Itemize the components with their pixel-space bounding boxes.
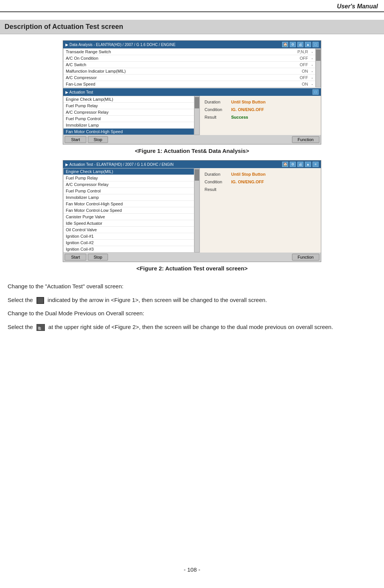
- list-item[interactable]: Ignition Coil-#2: [63, 240, 194, 246]
- start-button[interactable]: Start: [65, 136, 86, 143]
- condition-value: IG. ON/ENG.OFF: [231, 107, 264, 112]
- act-list-left2: Engine Check Lamp(MIL) Fuel Pump Relay A…: [63, 168, 200, 253]
- actuation-overall-screen: ▶ Actuation Test - ELANTRA(HD) / 2007 / …: [63, 160, 321, 262]
- icon-gear[interactable]: ⚙: [290, 42, 296, 47]
- figure2-caption: <Figure 2: Actuation Test overall screen…: [136, 265, 248, 272]
- duration-row: Duration Until Stop Button: [205, 100, 316, 104]
- page-header: User's Manual: [0, 0, 384, 12]
- icon-menu[interactable]: ≡: [313, 162, 319, 167]
- act-info-right: Duration Until Stop Button Condition IG.…: [200, 96, 321, 135]
- stop-button2[interactable]: Stop: [88, 254, 108, 261]
- actuation-split2: Engine Check Lamp(MIL) Fuel Pump Relay A…: [63, 168, 321, 253]
- duration-label: Duration: [205, 100, 231, 104]
- data-row: A/C Compressor OFF -: [63, 75, 315, 81]
- list-item[interactable]: Ignition Coil-#3: [63, 246, 194, 252]
- para2-suffix: indicated by the arrow in <Figure 1>, th…: [48, 297, 267, 303]
- result-label2: Result: [205, 187, 231, 192]
- icon-print2[interactable]: 🖨: [297, 162, 303, 167]
- data-row: Fan-Low Speed ON -: [63, 81, 315, 87]
- para4: Select the ≡ at the upper right side of …: [8, 322, 376, 332]
- condition-label: Condition: [205, 107, 231, 112]
- function-button2[interactable]: Function: [292, 254, 319, 261]
- icon-square-indicator[interactable]: [36, 297, 44, 304]
- icon-menu-indicator[interactable]: ≡: [36, 324, 45, 331]
- result-row: Result Success: [205, 115, 316, 119]
- list-item[interactable]: Idle Speed Actuator: [63, 220, 194, 227]
- list-item-selected2[interactable]: Engine Check Lamp(MIL): [63, 168, 194, 175]
- data-row: A/C On Condition OFF -: [63, 55, 315, 62]
- section-title: Description of Actuation Test screen: [0, 20, 384, 34]
- para4-suffix: at the upper right side of <Figure 2>, t…: [48, 324, 333, 330]
- list-item[interactable]: Fuel Pump Control: [63, 188, 194, 194]
- icon-arrow2[interactable]: ▲: [305, 162, 311, 167]
- list-item[interactable]: Fan Motor Control-Low Speed: [63, 207, 194, 214]
- duration-label2: Duration: [205, 172, 231, 176]
- icon-arrow-up[interactable]: ▲: [305, 42, 311, 47]
- titlebar3-text: ▶ Actuation Test - ELANTRA(HD) / 2007 / …: [65, 162, 174, 167]
- duration-row2: Duration Until Stop Button: [205, 172, 316, 176]
- list-item[interactable]: Engine Check Lamp(MIL): [63, 96, 194, 103]
- para1: Change to the "Actuation Test" overall s…: [8, 281, 376, 291]
- scrollbar-thumb[interactable]: [316, 49, 321, 61]
- scrollbar-thumb2[interactable]: [195, 97, 199, 108]
- button-bar-2: Start Stop Function: [63, 253, 321, 262]
- titlebar1: ▶ Data Analysis - ELANTRA(HD) / 2007 / G…: [63, 41, 321, 48]
- body-text: Change to the "Actuation Test" overall s…: [0, 278, 384, 339]
- para3: Change to the Dual Mode Previous on Over…: [8, 308, 376, 318]
- para4-prefix: Select the: [8, 324, 33, 330]
- page-footer: - 108 -: [0, 559, 384, 580]
- stop-button[interactable]: Stop: [88, 136, 108, 143]
- manual-title: User's Manual: [337, 3, 378, 10]
- titlebar1-text: ▶ Data Analysis - ELANTRA(HD) / 2007 / G…: [65, 43, 176, 47]
- list-item[interactable]: Fan Motor Control-High Speed: [63, 201, 194, 207]
- result-label: Result: [205, 115, 231, 119]
- icon-close2[interactable]: □: [313, 89, 319, 95]
- function-button[interactable]: Function: [292, 136, 319, 143]
- condition-row2: Condition IG. ON/ENG.OFF: [205, 180, 316, 184]
- titlebar3: ▶ Actuation Test - ELANTRA(HD) / 2007 / …: [63, 161, 321, 168]
- list-item[interactable]: Oil Control Valve: [63, 227, 194, 233]
- figure1-caption: <Figure 1: Actuation Test& Data Analysis…: [135, 148, 249, 154]
- list-item[interactable]: Immobilizer Lamp: [63, 122, 194, 129]
- figure1-container: ▶ Data Analysis - ELANTRA(HD) / 2007 / G…: [59, 40, 325, 154]
- list-item[interactable]: Immobilizer Lamp: [63, 194, 194, 201]
- duration-value: Until Stop Button: [231, 100, 265, 104]
- para2: Select the indicated by the arrow in <Fi…: [8, 295, 376, 305]
- data-list-1: Transaxle Range Switch P,N,R - A/C On Co…: [63, 48, 321, 87]
- figure2-container: ▶ Actuation Test - ELANTRA(HD) / 2007 / …: [59, 160, 325, 272]
- result-row2: Result: [205, 187, 316, 192]
- icon-print[interactable]: 🖨: [297, 42, 303, 47]
- actuation-split: Engine Check Lamp(MIL) Fuel Pump Relay A…: [63, 96, 321, 135]
- result-value: Success: [231, 115, 248, 119]
- icon-gear2[interactable]: ⚙: [290, 162, 296, 167]
- list-item[interactable]: Canister Purge Valve: [63, 214, 194, 220]
- icon-home[interactable]: 🏠: [282, 42, 288, 47]
- duration-value2: Until Stop Button: [231, 172, 265, 176]
- scrollbar-thumb3[interactable]: [195, 169, 199, 181]
- start-button2[interactable]: Start: [65, 254, 86, 261]
- data-row: Malfunction Indicator Lamp(MIL) ON -: [63, 68, 315, 75]
- list-item[interactable]: A/C Compressor Relay: [63, 181, 194, 188]
- icon-home2[interactable]: 🏠: [282, 162, 288, 167]
- list-item[interactable]: Fuel Pump Relay: [63, 175, 194, 181]
- data-row: A/C Switch OFF -: [63, 62, 315, 68]
- button-bar-1: Start Stop Function: [63, 135, 321, 144]
- scrollbar2[interactable]: [194, 96, 200, 135]
- titlebar2: ▶ Actuation Test □: [63, 88, 321, 96]
- list-item[interactable]: Ignition Coil-#1: [63, 233, 194, 240]
- list-item[interactable]: Fuel Pump Relay: [63, 103, 194, 109]
- icon-close[interactable]: □: [313, 42, 319, 47]
- list-item[interactable]: Fuel Pump Control: [63, 116, 194, 122]
- act-info-right2: Duration Until Stop Button Condition IG.…: [200, 168, 321, 253]
- scrollbar1[interactable]: [316, 48, 321, 87]
- condition-label2: Condition: [205, 180, 231, 184]
- act-list-left: Engine Check Lamp(MIL) Fuel Pump Relay A…: [63, 96, 200, 135]
- scrollbar3[interactable]: [194, 168, 200, 253]
- condition-value2: IG. ON/ENG.OFF: [231, 180, 264, 184]
- data-analysis-screen: ▶ Data Analysis - ELANTRA(HD) / 2007 / G…: [63, 40, 321, 145]
- list-item[interactable]: A/C Compressor Relay: [63, 109, 194, 116]
- list-item-selected[interactable]: Fan Motor Control-High Speed: [63, 129, 194, 135]
- condition-row: Condition IG. ON/ENG.OFF: [205, 107, 316, 112]
- data-row: Transaxle Range Switch P,N,R -: [63, 49, 315, 55]
- para2-prefix: Select the: [8, 297, 33, 303]
